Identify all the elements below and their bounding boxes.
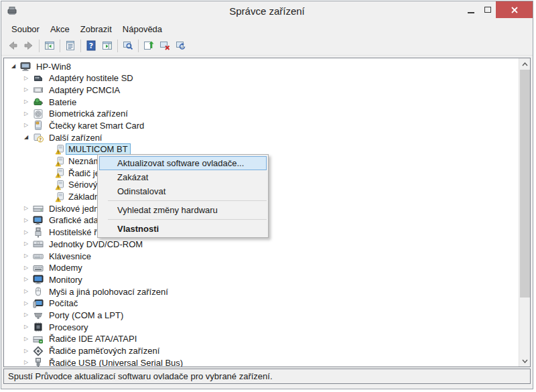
tree-item-label: Porty (COM a LPT) (49, 310, 123, 320)
context-menu-item[interactable]: Vlastnosti (98, 222, 268, 236)
expand-arrow-icon[interactable]: ▷ (22, 120, 30, 130)
properties-list-button[interactable] (62, 38, 78, 54)
tree-item[interactable]: ▷Biometrická zařízení (4, 108, 519, 120)
device-manager-window: Správce zařízení SouborAkceZobrazitNápov… (1, 1, 533, 389)
tree-item-label: Hostitelské ř (49, 227, 97, 237)
toolbar-separator (138, 40, 139, 52)
expand-arrow-icon[interactable]: ▷ (22, 298, 30, 308)
show-console-tree-button[interactable] (42, 38, 58, 54)
find-button[interactable] (120, 38, 136, 54)
expand-arrow-icon[interactable]: ▷ (22, 84, 30, 94)
expand-arrow-icon[interactable]: ▷ (22, 274, 30, 284)
tree-item-label: Adaptéry hostitele SD (49, 73, 133, 83)
expand-arrow-icon[interactable]: ▷ (22, 346, 30, 356)
tree-item-label: Diskové jedn (49, 204, 98, 214)
show-console-tree-icon (44, 40, 55, 51)
expand-arrow-icon[interactable]: ▷ (22, 322, 30, 332)
expand-arrow-icon[interactable]: ▷ (22, 251, 30, 261)
tree-item[interactable]: ▷Baterie (4, 96, 519, 108)
tree-item[interactable]: ▷Jednotky DVD/CD-ROM (4, 238, 519, 250)
expand-arrow-icon[interactable]: ▷ (22, 334, 30, 344)
tree-item[interactable]: ▷Myši a jiná polohovací zařízení (4, 285, 519, 298)
collapse-arrow-icon[interactable]: ◢ (9, 61, 17, 71)
context-menu-item[interactable]: Vyhledat změny hardwaru (98, 203, 268, 217)
minimize-button[interactable] (462, 1, 479, 18)
context-menu-item[interactable]: Aktualizovat software ovladače... (99, 156, 267, 170)
usb-plug-icon (33, 227, 44, 238)
modem-icon (33, 263, 44, 273)
scroll-down-button[interactable] (519, 355, 531, 367)
tree-item[interactable]: ▷Porty (COM a LPT) (4, 309, 519, 321)
expand-arrow-icon[interactable]: ▷ (22, 227, 30, 237)
tree-item[interactable]: ◢HP-Win8 (4, 60, 519, 72)
update-driver-button[interactable] (141, 38, 157, 54)
warning-device-icon (55, 192, 66, 202)
expand-arrow-icon[interactable]: ▷ (22, 357, 30, 367)
title-bar: Správce zařízení (1, 1, 533, 21)
expand-arrow-icon[interactable]: ▷ (22, 310, 30, 320)
scrollbar-thumb[interactable] (520, 70, 530, 298)
usb-controller-icon (33, 357, 44, 367)
expand-arrow-icon[interactable]: ▷ (22, 96, 30, 107)
keyboard-icon (33, 251, 44, 261)
toolbar: ? (1, 36, 533, 56)
expand-arrow-icon[interactable]: ▷ (22, 109, 30, 119)
uninstall-button[interactable] (157, 38, 173, 54)
update-driver-icon (143, 40, 154, 51)
help-button[interactable]: ? (83, 38, 99, 54)
tree-item-label: Neznám (68, 156, 100, 166)
status-bar: Spustí Průvodce aktualizací softwaru ovl… (3, 369, 531, 384)
collapse-arrow-icon[interactable]: ◢ (22, 132, 30, 142)
back-button[interactable] (5, 38, 21, 54)
warning-device-icon (55, 168, 66, 178)
tree-item-label: Baterie (49, 97, 76, 107)
expand-arrow-icon[interactable]: ▷ (22, 73, 30, 83)
show-action-pane-button[interactable] (99, 38, 115, 54)
smart-card-reader-icon (33, 120, 44, 131)
tree-item[interactable]: ▷Řadiče paměťových zařízení (4, 345, 519, 357)
context-menu-item[interactable]: Odinstalovat (98, 184, 268, 198)
expand-arrow-icon[interactable]: ▷ (22, 239, 30, 249)
fingerprint-icon (33, 109, 44, 119)
tree-item-label: Procesory (49, 322, 88, 332)
tree-item-label-selected: MULTICOM BT (66, 143, 131, 155)
menu-soubor[interactable]: Soubor (6, 23, 45, 36)
tree-item[interactable]: ▷Procesory (4, 321, 519, 333)
storage-controller-icon (33, 346, 44, 356)
tree-item-label: Řadiče paměťových zařízení (49, 346, 159, 356)
chevron-down-icon (522, 359, 528, 363)
tree-item[interactable]: ▷Počítač (4, 298, 519, 310)
maximize-button[interactable] (479, 1, 496, 18)
tree-item[interactable]: ▷Adaptéry PCMCIA (4, 84, 519, 96)
tree-item[interactable]: ◢?Další zařízení (4, 131, 519, 143)
forward-button[interactable] (21, 38, 37, 54)
expand-arrow-icon[interactable]: ▷ (22, 263, 30, 273)
menu-napoveda[interactable]: Nápověda (117, 23, 168, 36)
tree-item[interactable]: ▷Klávesnice (4, 250, 519, 262)
menu-zobrazit[interactable]: Zobrazit (75, 23, 117, 36)
tree-item[interactable]: ▷Monitory (4, 273, 519, 285)
tree-item[interactable]: ▷Adaptéry hostitele SD (4, 72, 519, 84)
uninstall-icon (159, 40, 170, 51)
expand-arrow-icon[interactable]: ▷ (22, 203, 30, 213)
chevron-up-icon (522, 62, 528, 66)
tree-item[interactable]: ▷Řadiče USB (Universal Serial Bus) (4, 356, 519, 367)
tree-item[interactable]: ▷Modemy (4, 262, 519, 274)
menu-akce[interactable]: Akce (45, 23, 75, 36)
tree-item[interactable]: ▷Řadiče IDE ATA/ATAPI (4, 333, 519, 345)
tree-item[interactable]: ▷Čtečky karet Smart Card (4, 119, 519, 131)
tree-item[interactable]: MULTICOM BT (4, 143, 519, 155)
expand-arrow-icon[interactable]: ▷ (22, 286, 30, 296)
close-icon (511, 6, 519, 14)
warning-device-icon (55, 180, 66, 190)
scroll-up-button[interactable] (519, 58, 531, 70)
pcmcia-adapter-icon (33, 84, 44, 95)
context-menu-separator (108, 200, 267, 201)
context-menu-item[interactable]: Zakázat (98, 170, 268, 184)
tree-item-label: Klávesnice (49, 251, 91, 261)
properties-list-icon (65, 40, 76, 51)
expand-arrow-icon[interactable]: ▷ (22, 215, 30, 225)
scan-hardware-changes-button[interactable] (173, 38, 189, 54)
close-button[interactable] (496, 1, 533, 18)
vertical-scrollbar[interactable] (519, 58, 530, 367)
